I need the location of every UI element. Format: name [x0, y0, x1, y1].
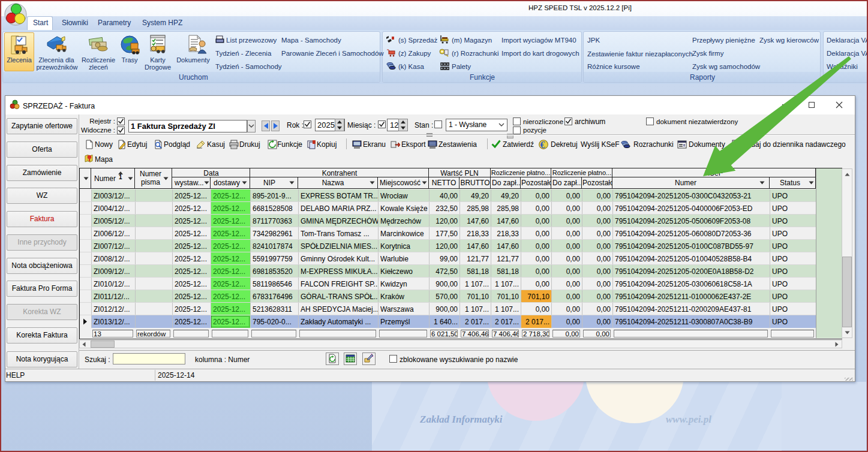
svg-text:€: €: [540, 140, 545, 150]
